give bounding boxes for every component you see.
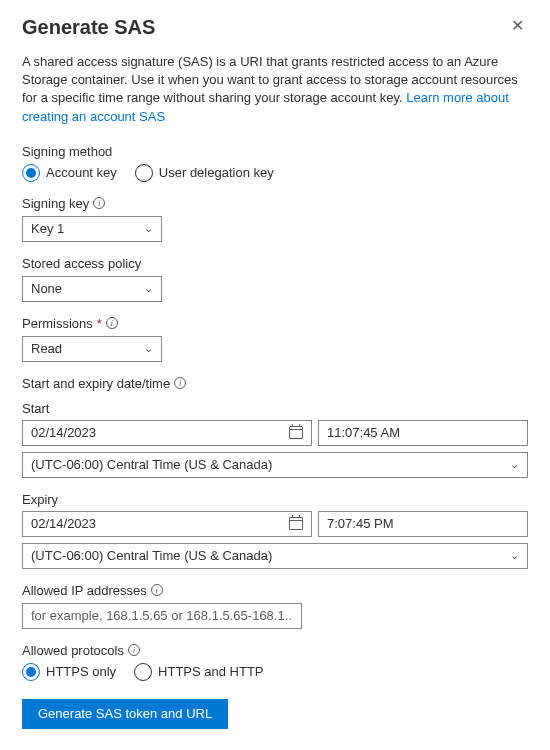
chevron-down-icon: ⌄ <box>144 282 153 295</box>
calendar-icon <box>289 517 303 530</box>
calendar-icon <box>289 426 303 439</box>
select-value: (UTC-06:00) Central Time (US & Canada) <box>31 548 272 563</box>
generate-button[interactable]: Generate SAS token and URL <box>22 699 228 729</box>
info-icon[interactable]: i <box>106 317 118 329</box>
protocol-https-and-http[interactable]: HTTPS and HTTP <box>134 663 263 681</box>
time-value: 7:07:45 PM <box>327 516 394 531</box>
start-label: Start <box>22 401 528 416</box>
permissions-select[interactable]: Read ⌄ <box>22 336 162 362</box>
allowed-ip-input[interactable] <box>22 603 302 629</box>
description: A shared access signature (SAS) is a URI… <box>22 53 528 126</box>
start-time-input[interactable]: 11:07:45 AM <box>318 420 528 446</box>
allowed-ip-label: Allowed IP addresses <box>22 583 147 598</box>
signing-method-user-delegation[interactable]: User delegation key <box>135 164 274 182</box>
date-value: 02/14/2023 <box>31 516 96 531</box>
chevron-down-icon: ⌄ <box>510 458 519 471</box>
start-date-input[interactable]: 02/14/2023 <box>22 420 312 446</box>
datetime-heading: Start and expiry date/time <box>22 376 170 391</box>
radio-icon <box>22 164 40 182</box>
start-timezone-select[interactable]: (UTC-06:00) Central Time (US & Canada) ⌄ <box>22 452 528 478</box>
info-icon[interactable]: i <box>93 197 105 209</box>
permissions-label: Permissions <box>22 316 93 331</box>
signing-key-select[interactable]: Key 1 ⌄ <box>22 216 162 242</box>
radio-label: HTTPS and HTTP <box>158 664 263 679</box>
time-value: 11:07:45 AM <box>327 425 400 440</box>
info-icon[interactable]: i <box>151 584 163 596</box>
select-value: None <box>31 281 62 296</box>
required-indicator: * <box>97 316 102 331</box>
radio-label: User delegation key <box>159 165 274 180</box>
close-icon: ✕ <box>511 17 524 34</box>
signing-method-label: Signing method <box>22 144 528 159</box>
radio-icon <box>22 663 40 681</box>
protocol-https-only[interactable]: HTTPS only <box>22 663 116 681</box>
expiry-date-input[interactable]: 02/14/2023 <box>22 511 312 537</box>
signing-method-account-key[interactable]: Account key <box>22 164 117 182</box>
info-icon[interactable]: i <box>174 377 186 389</box>
signing-key-label: Signing key <box>22 196 89 211</box>
radio-label: Account key <box>46 165 117 180</box>
chevron-down-icon: ⌄ <box>510 549 519 562</box>
radio-icon <box>134 663 152 681</box>
chevron-down-icon: ⌄ <box>144 342 153 355</box>
expiry-label: Expiry <box>22 492 528 507</box>
expiry-time-input[interactable]: 7:07:45 PM <box>318 511 528 537</box>
date-value: 02/14/2023 <box>31 425 96 440</box>
panel-title: Generate SAS <box>22 16 155 39</box>
select-value: (UTC-06:00) Central Time (US & Canada) <box>31 457 272 472</box>
close-button[interactable]: ✕ <box>507 16 528 36</box>
select-value: Read <box>31 341 62 356</box>
radio-label: HTTPS only <box>46 664 116 679</box>
chevron-down-icon: ⌄ <box>144 222 153 235</box>
select-value: Key 1 <box>31 221 64 236</box>
expiry-timezone-select[interactable]: (UTC-06:00) Central Time (US & Canada) ⌄ <box>22 543 528 569</box>
radio-icon <box>135 164 153 182</box>
stored-policy-label: Stored access policy <box>22 256 528 271</box>
allowed-protocols-label: Allowed protocols <box>22 643 124 658</box>
stored-policy-select[interactable]: None ⌄ <box>22 276 162 302</box>
info-icon[interactable]: i <box>128 644 140 656</box>
